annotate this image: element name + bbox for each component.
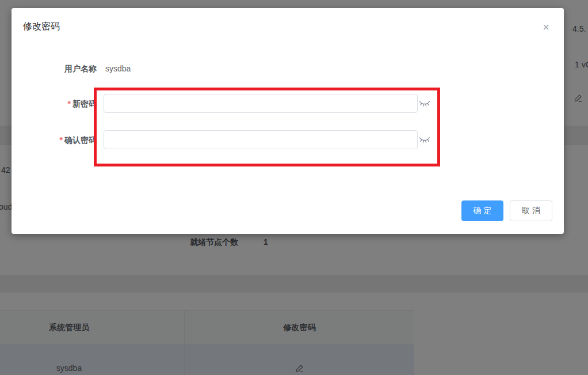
confirm-password-label: *确认密码 [12,135,97,146]
confirm-password-input[interactable] [104,130,418,149]
eye-closed-icon[interactable] [418,98,432,109]
username-value: sysdba [105,64,131,73]
eye-closed-icon[interactable] [418,134,432,146]
new-password-label: *新密码 [12,99,97,109]
cancel-button[interactable]: 取 消 [510,200,552,221]
username-label: 用户名称 [12,64,97,74]
required-mark: * [60,135,63,145]
close-icon[interactable]: × [540,21,552,33]
confirm-button[interactable]: 确 定 [461,200,503,221]
required-mark: * [68,99,71,108]
dialog-title: 修改密码 [23,21,60,33]
change-password-dialog: 修改密码 × 用户名称 sysdba *新密码 *确认密码 [12,8,564,234]
dialog-footer: 确 定 取 消 [461,200,552,221]
page: 42 oud 4.5. 1 vC 就绪节点个数 1 系统管理员 修改密码 sys… [0,0,588,375]
new-password-input[interactable] [104,94,418,113]
